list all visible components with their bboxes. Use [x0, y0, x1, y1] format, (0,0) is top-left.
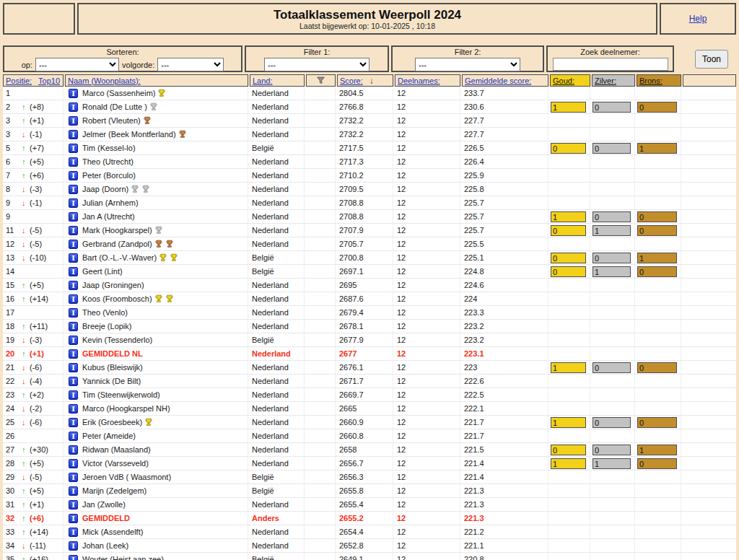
- zilver-count-cell: [592, 333, 635, 346]
- country-value: Nederland: [252, 185, 289, 193]
- participant-info-icon[interactable]: I: [69, 116, 78, 126]
- participant-info-icon[interactable]: I: [69, 336, 78, 345]
- country-value: Nederland: [252, 349, 291, 358]
- weerpoll-page: Totaalklassement Weerpoll 2024 Laatst bi…: [0, 0, 739, 560]
- participant-info-icon[interactable]: I: [69, 185, 78, 194]
- goud-count-cell: [550, 402, 590, 415]
- participant-info-icon[interactable]: I: [69, 445, 78, 455]
- zilver-count-cell: 1: [592, 457, 635, 470]
- show-button[interactable]: Toon: [695, 50, 728, 69]
- position-value: 13: [5, 253, 22, 262]
- score-value: 2705.7: [339, 240, 364, 248]
- sort-by-label: op:: [22, 61, 32, 69]
- goud-count-cell: [550, 237, 590, 250]
- participant-info-icon[interactable]: I: [69, 404, 78, 414]
- participant-info-icon[interactable]: I: [69, 144, 78, 153]
- trophy-silver-icon: [149, 102, 158, 111]
- position-value: 3: [5, 130, 22, 139]
- participations-value: 12: [397, 404, 406, 413]
- goud-count-box: 1: [551, 102, 586, 113]
- position-value: 34: [5, 541, 22, 550]
- search-input[interactable]: [553, 58, 668, 71]
- position-value: 14: [5, 267, 22, 276]
- participant-info-icon[interactable]: I: [69, 102, 78, 112]
- filter1-select[interactable]: ---: [264, 58, 370, 71]
- brons-count-cell: [637, 237, 681, 250]
- participant-info-icon[interactable]: I: [69, 322, 78, 331]
- rank-change-value: (+1): [30, 500, 44, 509]
- position-value: 1: [5, 89, 22, 97]
- participant-info-icon[interactable]: I: [69, 253, 78, 263]
- score-value: 2709.5: [339, 185, 364, 193]
- participant-info-icon[interactable]: I: [69, 226, 78, 235]
- goud-count-cell: [550, 114, 590, 127]
- participant-info-icon[interactable]: I: [69, 281, 78, 290]
- average-score-value: 221.7: [464, 418, 484, 426]
- goud-count-cell: [550, 512, 590, 525]
- goud-count-cell: [550, 306, 590, 319]
- zilver-count-cell: [592, 388, 635, 401]
- participant-info-icon[interactable]: I: [69, 486, 78, 496]
- participant-info-icon[interactable]: I: [69, 459, 78, 468]
- position-value: 8: [5, 185, 22, 193]
- average-score-value: 221.7: [464, 432, 484, 440]
- trophy-icons: [152, 294, 174, 303]
- sort-score-link[interactable]: Score:: [340, 76, 363, 85]
- table-row: 13 ↓ (-10) I Bart (O.-L.-V.-Waver) Belgi…: [3, 251, 736, 265]
- sort-deelnames-link[interactable]: Deelnames:: [398, 76, 440, 85]
- trophy-silver-icon: [154, 226, 163, 235]
- rank-change-value: (+30): [30, 445, 48, 454]
- participant-info-icon[interactable]: I: [69, 89, 78, 98]
- column-empty: [683, 74, 736, 87]
- participant-info-icon[interactable]: I: [69, 198, 78, 208]
- table-row: 22 ↓ (-4) I Yannick (De Bilt) Nederland …: [3, 375, 736, 388]
- participant-info-icon[interactable]: I: [69, 541, 78, 551]
- participant-info-icon[interactable]: I: [69, 240, 78, 249]
- participant-info-icon[interactable]: I: [69, 212, 78, 222]
- sort-top10-link[interactable]: Top10: [38, 76, 60, 85]
- zilver-count-cell: 0: [592, 416, 635, 429]
- table-row: 7 ↑ (+6) I Peter (Borculo) Nederland 271…: [3, 169, 736, 183]
- rank-change-arrow-icon: ↓: [22, 240, 30, 248]
- sort-land-link[interactable]: Land:: [253, 76, 273, 85]
- participant-info-icon[interactable]: I: [69, 390, 78, 400]
- participant-info-icon[interactable]: I: [69, 308, 78, 318]
- brons-count-box: 0: [637, 225, 677, 236]
- goud-count-cell: [550, 87, 590, 100]
- filter-funnel-icon[interactable]: [316, 76, 325, 85]
- participant-info-icon[interactable]: I: [69, 294, 78, 304]
- participant-info-icon[interactable]: I: [69, 418, 78, 427]
- participant-info-icon[interactable]: I: [69, 377, 78, 386]
- participant-info-icon[interactable]: I: [69, 130, 78, 139]
- participant-info-icon[interactable]: I: [69, 555, 78, 560]
- help-link[interactable]: Help: [689, 14, 707, 24]
- sort-positie-link[interactable]: Positie:: [6, 76, 32, 85]
- sort-naam-link[interactable]: Naam (Woonplaats):: [68, 76, 141, 85]
- participant-info-icon[interactable]: I: [69, 349, 78, 359]
- participant-info-icon[interactable]: I: [69, 267, 78, 276]
- participant-info-icon[interactable]: I: [69, 528, 78, 537]
- score-value: 2710.2: [339, 171, 364, 180]
- average-score-value: 223: [464, 363, 477, 372]
- participant-info-icon[interactable]: I: [69, 363, 78, 372]
- sort-gemiddelde-link[interactable]: Gemiddelde score:: [465, 76, 531, 85]
- brons-count-cell: [637, 375, 681, 388]
- brons-count-cell: [637, 306, 681, 319]
- rank-change-value: (+14): [30, 294, 48, 303]
- table-row: 3 ↑ (+1) I Robert (Vleuten) Nederland 27…: [3, 114, 736, 128]
- country-value: Nederland: [252, 418, 289, 426]
- rank-change-arrow-icon: ↑: [22, 445, 30, 454]
- sort-by-select[interactable]: ---: [35, 58, 119, 71]
- goud-count-cell: 1: [550, 457, 590, 470]
- participant-info-icon[interactable]: I: [69, 157, 78, 167]
- participations-value: 12: [397, 541, 406, 550]
- participant-info-icon[interactable]: I: [69, 514, 78, 523]
- participant-info-icon[interactable]: I: [69, 473, 78, 482]
- sort-order-select[interactable]: ---: [157, 58, 224, 71]
- participant-info-icon[interactable]: I: [69, 432, 78, 441]
- rank-change-value: (-10): [30, 253, 46, 262]
- filter2-select[interactable]: ---: [415, 58, 520, 71]
- participant-info-icon[interactable]: I: [69, 500, 78, 509]
- average-score-value: 221.3: [464, 500, 484, 509]
- participant-info-icon[interactable]: I: [69, 171, 78, 180]
